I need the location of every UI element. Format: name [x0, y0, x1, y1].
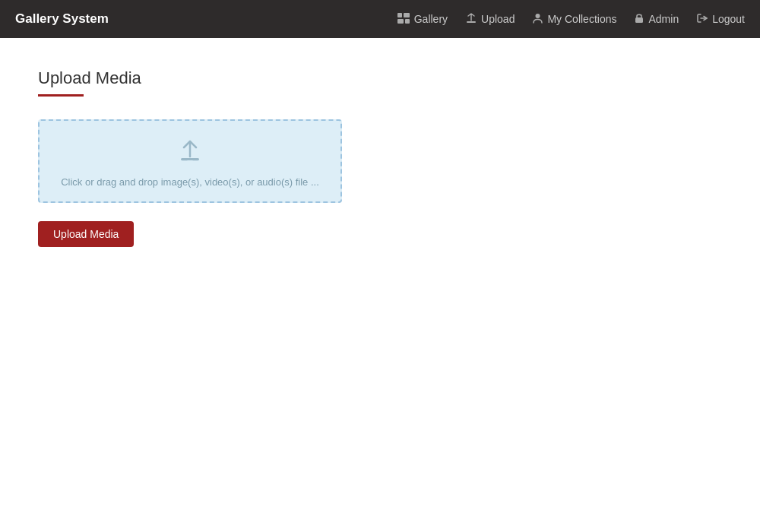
svg-rect-2 — [397, 19, 404, 24]
user-icon — [533, 13, 543, 26]
nav-logout-label: Logout — [712, 13, 745, 25]
upload-icon-container — [175, 135, 205, 169]
file-drop-zone[interactable]: Click or drag and drop image(s), video(s… — [38, 119, 342, 203]
svg-rect-3 — [405, 19, 410, 24]
navbar-links: Gallery Upload My Collections — [397, 13, 745, 26]
brand-title: Gallery System — [15, 11, 109, 27]
nav-admin[interactable]: Admin — [635, 13, 679, 26]
nav-gallery[interactable]: Gallery — [397, 13, 448, 26]
main-content: Upload Media Click or drag and drop imag… — [0, 38, 760, 277]
nav-upload-label: Upload — [481, 13, 515, 25]
svg-rect-6 — [635, 17, 643, 23]
lock-icon — [635, 13, 644, 26]
logout-icon — [697, 13, 708, 26]
upload-media-button[interactable]: Upload Media — [38, 221, 134, 247]
nav-upload[interactable]: Upload — [466, 13, 515, 26]
nav-logout[interactable]: Logout — [697, 13, 745, 26]
svg-rect-0 — [397, 13, 402, 17]
svg-rect-8 — [181, 158, 199, 160]
navbar: Gallery System Gallery Upload — [0, 0, 760, 38]
svg-rect-1 — [404, 13, 410, 17]
nav-collections-label: My Collections — [547, 13, 616, 25]
title-underline — [38, 94, 84, 97]
gallery-icon — [397, 13, 410, 26]
svg-point-5 — [536, 14, 540, 18]
upload-arrow-icon — [175, 135, 205, 166]
nav-my-collections[interactable]: My Collections — [533, 13, 616, 26]
nav-admin-label: Admin — [648, 13, 679, 25]
upload-nav-icon — [466, 13, 477, 26]
svg-rect-4 — [467, 21, 476, 23]
nav-gallery-label: Gallery — [414, 13, 448, 25]
page-title: Upload Media — [38, 68, 722, 88]
drop-zone-text: Click or drag and drop image(s), video(s… — [61, 176, 319, 188]
